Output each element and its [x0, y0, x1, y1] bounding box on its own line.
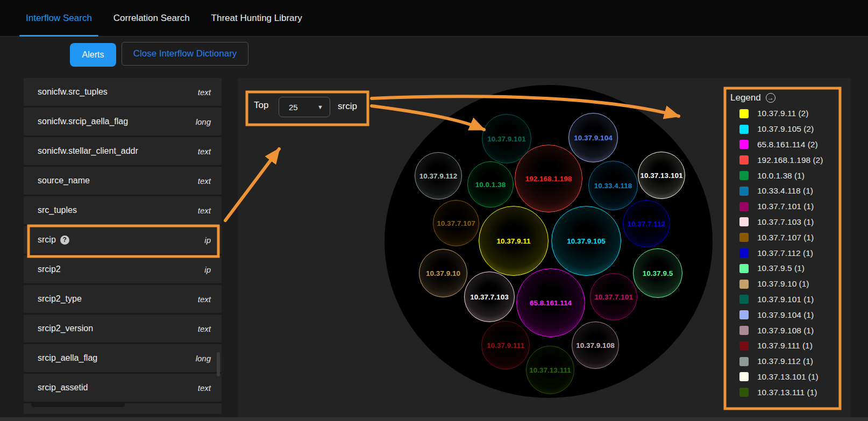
legend-item-10.37.9.5[interactable]: 10.37.9.5 (1) [730, 261, 823, 276]
legend-item-10.37.9.11[interactable]: 10.37.9.11 (2) [730, 106, 823, 122]
chart-field-label: srcip [338, 101, 357, 112]
vertical-scrollbar-thumb[interactable] [217, 352, 220, 376]
legend-item-10.37.9.108[interactable]: 10.37.9.108 (1) [730, 323, 823, 338]
legend-item-10.37.9.112[interactable]: 10.37.9.112 (1) [730, 354, 823, 369]
field-list: sonicfw.src_tuplestextsonicfw.srcip_aell… [24, 78, 222, 403]
legend-label: 10.37.7.112 (1) [757, 248, 813, 258]
legend-title-text: Legend [730, 92, 761, 103]
bubble-label: 65.8.161.114 [530, 299, 572, 307]
legend-label: 10.37.9.5 (1) [757, 263, 805, 273]
field-row-srcip2_type[interactable]: srcip2_typetext [24, 285, 222, 315]
bubble-10.37.9.104[interactable]: 10.37.9.104 [568, 113, 618, 162]
legend-item-10.37.9.101[interactable]: 10.37.9.101 (1) [730, 292, 823, 308]
bubble-10.37.7.103[interactable]: 10.37.7.103 [464, 272, 515, 322]
field-row-srcip2_version[interactable]: srcip2_versiontext [24, 315, 222, 344]
field-row-sonicfw.src_tuples[interactable]: sonicfw.src_tuplestext [24, 78, 222, 108]
bubble-label: 10.37.9.10 [426, 269, 460, 277]
legend-label: 10.37.9.104 (1) [757, 310, 814, 320]
bubble-label: 10.37.9.11 [496, 237, 530, 245]
legend-item-10.37.9.111[interactable]: 10.37.9.111 (1) [730, 338, 823, 354]
bubble-192.168.1.198[interactable]: 192.168.1.198 [515, 145, 582, 212]
bubble-label: 10.37.7.103 [470, 293, 508, 301]
tab-interflow-search[interactable]: Interflow Search [15, 0, 103, 37]
field-row-source_name[interactable]: source_nametext [24, 167, 222, 196]
legend-swatch [739, 125, 749, 134]
field-row-sonicfw.srcip_aella_flag[interactable]: sonicfw.srcip_aella_flaglong [24, 108, 222, 137]
field-name: srcip2 [38, 265, 61, 274]
horizontal-scrollbar-thumb[interactable] [31, 402, 125, 407]
legend-item-65.8.161.114[interactable]: 65.8.161.114 (2) [730, 137, 823, 153]
field-type: text [198, 295, 211, 304]
field-row-src_tuples[interactable]: src_tuplestext [24, 196, 222, 226]
field-row-sonicfw.stellar_client_addr[interactable]: sonicfw.stellar_client_addrtext [24, 137, 222, 167]
bubble-10.37.9.11[interactable]: 10.37.9.11 [479, 206, 549, 276]
legend-item-10.33.4.118[interactable]: 10.33.4.118 (1) [730, 183, 823, 199]
tab-threat-hunting-library[interactable]: Threat Hunting Library [201, 0, 313, 37]
bubble-10.37.9.5[interactable]: 10.37.9.5 [633, 248, 682, 298]
legend-item-10.37.7.112[interactable]: 10.37.7.112 (1) [730, 245, 823, 261]
bubble-10.37.13.111[interactable]: 10.37.13.111 [526, 346, 574, 394]
close-interflow-dictionary-button[interactable]: Close Interflow Dictionary [122, 42, 248, 66]
top-n-dropdown[interactable]: 25 ▼ [279, 97, 330, 117]
field-name: srcip_aella_flag [38, 353, 97, 363]
field-type: text [198, 206, 211, 215]
legend-label: 10.37.9.111 (1) [757, 341, 813, 351]
bubble-10.37.9.10[interactable]: 10.37.9.10 [419, 249, 467, 297]
legend-item-192.168.1.198[interactable]: 192.168.1.198 (2) [730, 152, 823, 168]
alerts-button[interactable]: Alerts [70, 43, 116, 67]
legend-swatch [739, 280, 749, 289]
legend-swatch [739, 388, 749, 397]
legend-label: 10.37.9.105 (2) [757, 124, 814, 134]
legend: 10.37.9.11 (2)10.37.9.105 (2)65.8.161.11… [730, 106, 823, 400]
legend-label: 10.37.7.107 (1) [757, 233, 814, 242]
indices-toolbar: Indices: Alerts Close Interflow Dictiona… [0, 37, 868, 78]
bubble-label: 10.37.7.107 [437, 219, 475, 227]
bubble-10.37.9.112[interactable]: 10.37.9.112 [415, 152, 462, 199]
bubble-10.0.1.38[interactable]: 10.0.1.38 [467, 161, 514, 208]
legend-item-10.37.9.105[interactable]: 10.37.9.105 (2) [730, 122, 823, 137]
bubble-10.37.7.101[interactable]: 10.37.7.101 [590, 273, 637, 320]
legend-item-10.37.13.111[interactable]: 10.37.13.111 (1) [730, 384, 823, 400]
field-type: text [198, 147, 211, 156]
field-row-srcip_aella_flag[interactable]: srcip_aella_flaglong [24, 344, 222, 374]
bubble-65.8.161.114[interactable]: 65.8.161.114 [516, 268, 585, 337]
legend-swatch [739, 295, 749, 304]
field-name: sonicfw.stellar_client_addr [38, 146, 138, 156]
legend-item-10.37.7.101[interactable]: 10.37.7.101 (1) [730, 199, 823, 215]
page-horizontal-scrollbar[interactable] [0, 417, 868, 421]
tab-correlation-search[interactable]: Correlation Search [103, 0, 201, 37]
bubble-10.37.13.101[interactable]: 10.37.13.101 [638, 152, 685, 199]
bubble-label: 10.37.9.112 [419, 172, 458, 180]
field-row-srcip_assetid[interactable]: srcip_assetidtext [24, 374, 222, 403]
legend-item-10.37.9.104[interactable]: 10.37.9.104 (1) [730, 307, 823, 323]
legend-item-10.37.13.101[interactable]: 10.37.13.101 (1) [730, 369, 823, 385]
tab-bar: Interflow SearchCorrelation SearchThreat… [0, 0, 868, 37]
arrow-right-circle-icon[interactable]: → [766, 93, 775, 103]
field-type: text [198, 88, 211, 97]
chevron-down-icon: ▼ [317, 104, 330, 110]
legend-item-10.37.7.103[interactable]: 10.37.7.103 (1) [730, 215, 823, 230]
help-icon[interactable]: ? [60, 236, 69, 245]
bubble-label: 10.37.9.108 [576, 341, 614, 349]
legend-swatch [739, 310, 749, 319]
legend-label: 10.33.4.118 (1) [757, 186, 813, 196]
field-type: text [198, 383, 211, 393]
legend-item-10.37.9.10[interactable]: 10.37.9.10 (1) [730, 276, 823, 292]
legend-item-10.37.7.107[interactable]: 10.37.7.107 (1) [730, 230, 823, 245]
legend-title: Legend → [730, 92, 775, 103]
legend-item-10.0.1.38[interactable]: 10.0.1.38 (1) [730, 168, 823, 183]
bubble-10.33.4.118[interactable]: 10.33.4.118 [588, 161, 638, 210]
legend-swatch [739, 326, 749, 335]
bubble-label: 10.37.9.105 [567, 237, 605, 245]
field-row-srcip2[interactable]: srcip2ip [24, 255, 222, 285]
bubble-10.37.7.112[interactable]: 10.37.7.112 [623, 200, 670, 247]
bubble-10.37.9.105[interactable]: 10.37.9.105 [551, 206, 621, 276]
field-row-srcip[interactable]: srcip?ip [24, 226, 222, 255]
bubble-10.37.7.107[interactable]: 10.37.7.107 [433, 200, 479, 246]
bubble-label: 10.37.7.101 [594, 293, 632, 301]
bubble-label: 10.37.13.101 [641, 172, 683, 180]
bubble-10.37.9.108[interactable]: 10.37.9.108 [572, 322, 619, 369]
bubble-10.37.9.111[interactable]: 10.37.9.111 [481, 321, 530, 369]
legend-swatch [739, 171, 749, 180]
field-type: long [196, 117, 211, 126]
